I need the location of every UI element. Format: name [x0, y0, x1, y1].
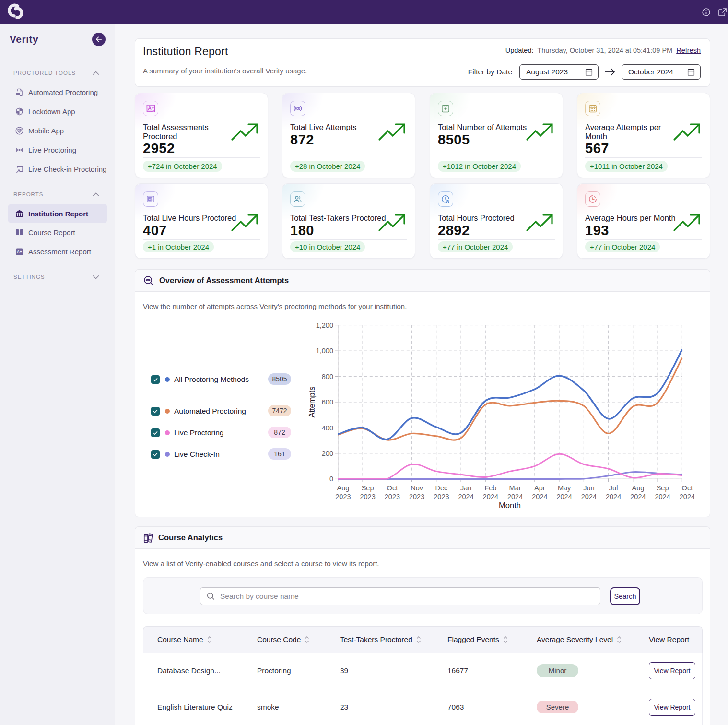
svg-text:Apr: Apr	[534, 484, 545, 492]
svg-text:2024: 2024	[532, 493, 547, 500]
svg-text:Nov: Nov	[411, 484, 423, 492]
svg-text:400: 400	[322, 424, 333, 432]
svg-text:2024: 2024	[655, 493, 670, 500]
svg-text:Jan: Jan	[460, 484, 471, 492]
svg-text:Mar: Mar	[509, 484, 521, 492]
svg-text:2023: 2023	[385, 493, 400, 500]
svg-text:2024: 2024	[630, 493, 646, 500]
svg-text:A: A	[148, 106, 151, 111]
svg-text:Oct: Oct	[387, 484, 398, 492]
svg-text:Dec: Dec	[435, 484, 448, 492]
svg-text:2024: 2024	[483, 493, 498, 500]
svg-text:Sep: Sep	[657, 484, 669, 492]
svg-text:A+: A+	[17, 250, 22, 254]
svg-text:2023: 2023	[409, 493, 424, 500]
svg-text:2024: 2024	[606, 493, 621, 500]
svg-text:2023: 2023	[360, 493, 375, 500]
svg-text:1,000: 1,000	[316, 347, 333, 355]
svg-text:2024: 2024	[556, 493, 572, 500]
svg-text:May: May	[558, 484, 571, 492]
svg-text:800: 800	[322, 373, 333, 380]
svg-text:Jul: Jul	[609, 484, 618, 492]
svg-text:Attempts: Attempts	[307, 386, 316, 417]
svg-text:200: 200	[322, 450, 333, 457]
svg-text:Month: Month	[499, 501, 521, 510]
svg-text:1,200: 1,200	[316, 321, 333, 329]
svg-text:2023: 2023	[434, 493, 449, 500]
svg-text:2023: 2023	[335, 493, 351, 500]
svg-text:0: 0	[329, 475, 333, 483]
svg-text:Feb: Feb	[484, 484, 496, 492]
svg-text:2024: 2024	[581, 493, 597, 500]
svg-text:2024: 2024	[680, 493, 695, 500]
svg-text:Jun: Jun	[583, 484, 594, 492]
svg-text:2024: 2024	[507, 493, 523, 500]
svg-text:2024: 2024	[458, 493, 473, 500]
svg-text:Oct: Oct	[682, 484, 693, 492]
svg-text:Sep: Sep	[362, 484, 374, 492]
svg-text:600: 600	[322, 398, 333, 406]
svg-text:Aug: Aug	[632, 484, 644, 492]
svg-text:Aug: Aug	[337, 484, 349, 492]
